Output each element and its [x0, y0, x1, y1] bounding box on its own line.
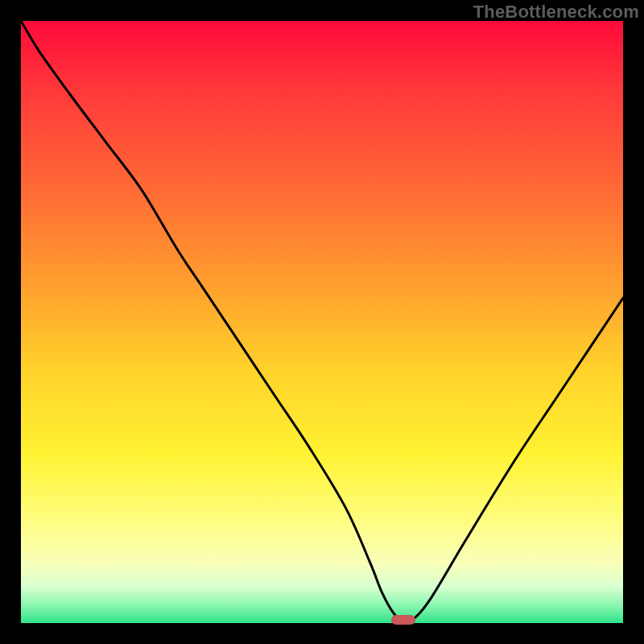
chart-frame: TheBottleneck.com [0, 0, 644, 644]
bottleneck-curve [21, 21, 623, 623]
watermark-text: TheBottleneck.com [473, 2, 639, 23]
optimal-point-marker [391, 615, 415, 625]
